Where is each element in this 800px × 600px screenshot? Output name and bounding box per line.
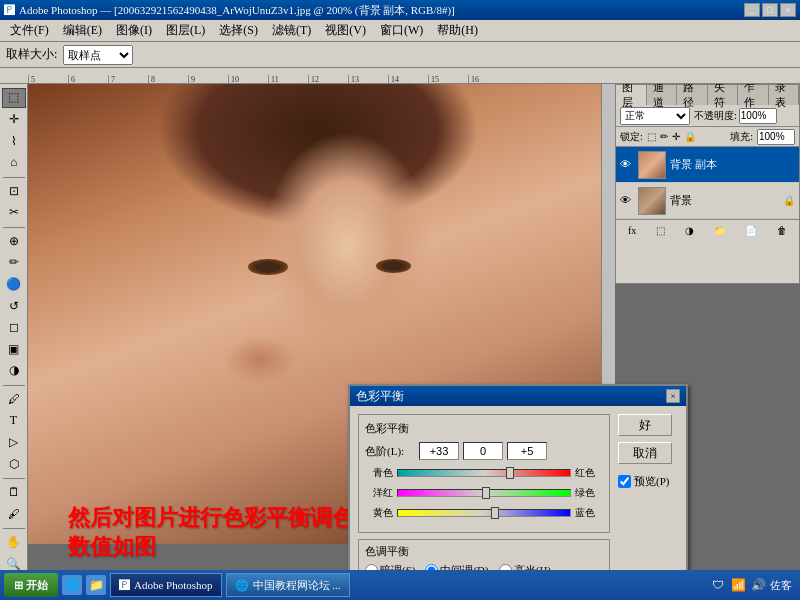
yellow-blue-slider[interactable] xyxy=(397,509,571,517)
color-level-input-1[interactable] xyxy=(419,442,459,460)
tab-history[interactable]: 乍作 xyxy=(738,85,769,105)
opacity-input[interactable] xyxy=(739,108,777,124)
ok-button[interactable]: 好 xyxy=(618,414,672,436)
magenta-green-slider[interactable] xyxy=(397,489,571,497)
tool-stamp[interactable]: 🔵 xyxy=(2,275,26,295)
taskbar-icon-ie[interactable]: 🌐 xyxy=(62,575,82,595)
tool-gradient[interactable]: ▣ xyxy=(2,339,26,359)
tool-text[interactable]: T xyxy=(2,411,26,431)
tool-separator xyxy=(3,227,25,228)
magenta-green-thumb[interactable] xyxy=(482,487,490,499)
dialog-title-bar: 色彩平衡 × xyxy=(350,386,686,406)
options-sample-label: 取样大小: xyxy=(6,46,57,63)
tab-layers[interactable]: 图层 xyxy=(616,85,647,105)
menu-file[interactable]: 文件(F) xyxy=(4,20,55,41)
tab-styles[interactable]: 矢符 xyxy=(708,85,739,105)
start-button[interactable]: ⊞ 开始 xyxy=(4,573,58,597)
cb-section-title: 色彩平衡 xyxy=(365,421,603,436)
system-clock: 佐客 xyxy=(770,578,792,593)
menu-edit[interactable]: 编辑(E) xyxy=(57,20,108,41)
layer-new-button[interactable]: 📄 xyxy=(742,224,760,237)
layers-lock-row: 锁定: ⬚ ✏ ✛ 🔒 填充: xyxy=(616,127,799,147)
title-bar-left: 🅿 Adobe Photoshop — [200632921562490438_… xyxy=(4,3,455,18)
main-area: ⬚ ✛ ⌇ ⌂ ⊡ ✂ ⊕ ✏ 🔵 ↺ ◻ ▣ ◑ 🖊 T ▷ ⬡ 🗒 🖋 ✋ … xyxy=(0,84,800,600)
layer-delete-button[interactable]: 🗑 xyxy=(774,224,790,237)
layer-lock-icon: 🔒 xyxy=(783,195,795,206)
lock-label: 锁定: xyxy=(620,130,643,144)
opacity-control: 不透明度: xyxy=(694,108,777,124)
fill-input[interactable] xyxy=(757,129,795,145)
close-button[interactable]: × xyxy=(780,3,796,17)
tool-slice[interactable]: ✂ xyxy=(2,203,26,223)
tool-notes[interactable]: 🗒 xyxy=(2,483,26,503)
tab-channels[interactable]: 通道 xyxy=(647,85,678,105)
tray-network-icon: 📶 xyxy=(730,577,746,593)
lock-all-icon[interactable]: 🔒 xyxy=(684,131,696,142)
yellow-label: 黄色 xyxy=(365,506,393,520)
layer-visibility-toggle-bg[interactable]: 👁 xyxy=(620,194,634,208)
red-label: 红色 xyxy=(575,466,603,480)
layer-row-copy[interactable]: 👁 背景 副本 xyxy=(616,147,799,183)
taskbar-ps-icon: 🅿 xyxy=(119,579,130,591)
layer-visibility-toggle[interactable]: 👁 xyxy=(620,158,634,172)
tool-lasso[interactable]: ⌇ xyxy=(2,131,26,151)
tool-shape[interactable]: ⬡ xyxy=(2,454,26,474)
layer-name-copy: 背景 副本 xyxy=(670,157,795,172)
ruler-top: 5 6 7 8 9 10 11 12 13 14 15 16 xyxy=(0,68,800,84)
menu-layer[interactable]: 图层(L) xyxy=(160,20,211,41)
tool-history-brush[interactable]: ↺ xyxy=(2,296,26,316)
opacity-label: 不透明度: xyxy=(694,109,737,123)
ruler-mark: 14 xyxy=(388,75,428,83)
portrait-eye-left xyxy=(248,259,288,275)
color-level-input-3[interactable] xyxy=(507,442,547,460)
dialog-close-button[interactable]: × xyxy=(666,389,680,403)
tool-brush[interactable]: ✏ xyxy=(2,253,26,273)
maximize-button[interactable]: □ xyxy=(762,3,778,17)
layers-tabs: 图层 通道 路径 矢符 乍作 录表 xyxy=(616,85,799,105)
taskbar-icon-folder[interactable]: 📁 xyxy=(86,575,106,595)
menu-help[interactable]: 帮助(H) xyxy=(431,20,484,41)
cancel-button[interactable]: 取消 xyxy=(618,442,672,464)
tool-marquee[interactable]: ⬚ xyxy=(2,88,26,108)
cyan-red-slider[interactable] xyxy=(397,469,571,477)
minimize-button[interactable]: _ xyxy=(744,3,760,17)
tool-path[interactable]: ▷ xyxy=(2,433,26,453)
yellow-blue-thumb[interactable] xyxy=(491,507,499,519)
cyan-red-thumb[interactable] xyxy=(506,467,514,479)
tone-section-title: 色调平衡 xyxy=(365,544,603,559)
menu-select[interactable]: 选择(S) xyxy=(213,20,264,41)
layer-mask-button[interactable]: ⬚ xyxy=(653,224,668,237)
tool-dodge[interactable]: ◑ xyxy=(2,361,26,381)
lock-position-icon[interactable]: ✛ xyxy=(672,131,680,142)
tool-separator xyxy=(3,478,25,479)
tool-move[interactable]: ✛ xyxy=(2,110,26,130)
tool-pen[interactable]: 🖊 xyxy=(2,390,26,410)
tab-paths[interactable]: 路径 xyxy=(677,85,708,105)
preview-checkbox-row: 预览(P) xyxy=(618,474,678,489)
layer-adjustment-button[interactable]: ◑ xyxy=(682,224,697,237)
menu-image[interactable]: 图像(I) xyxy=(110,20,158,41)
tool-eraser[interactable]: ◻ xyxy=(2,318,26,338)
lock-transparent-icon[interactable]: ⬚ xyxy=(647,131,656,142)
lock-paint-icon[interactable]: ✏ xyxy=(660,131,668,142)
blend-mode-select[interactable]: 正常 xyxy=(620,107,690,125)
layer-style-button[interactable]: fx xyxy=(625,224,639,237)
layer-group-button[interactable]: 📁 xyxy=(711,224,729,237)
layer-row-bg[interactable]: 👁 背景 🔒 xyxy=(616,183,799,219)
fill-label: 填充: xyxy=(730,130,753,144)
preview-checkbox[interactable] xyxy=(618,475,631,488)
menu-view[interactable]: 视图(V) xyxy=(319,20,372,41)
tool-hand[interactable]: ✋ xyxy=(2,533,26,553)
tool-magic-wand[interactable]: ⌂ xyxy=(2,153,26,173)
color-level-input-2[interactable] xyxy=(463,442,503,460)
tab-actions[interactable]: 录表 xyxy=(769,85,800,105)
tool-eyedropper[interactable]: 🖋 xyxy=(2,504,26,524)
tool-heal[interactable]: ⊕ xyxy=(2,231,26,251)
menu-window[interactable]: 窗口(W) xyxy=(374,20,429,41)
taskbar-item-forum[interactable]: 🌐 中国教程网论坛 ... xyxy=(226,573,350,597)
layer-name-bg: 背景 xyxy=(670,193,779,208)
menu-filter[interactable]: 滤镜(T) xyxy=(266,20,317,41)
sample-size-dropdown[interactable]: 取样点 xyxy=(63,45,133,65)
tool-crop[interactable]: ⊡ xyxy=(2,181,26,201)
taskbar-item-photoshop[interactable]: 🅿 Adobe Photoshop xyxy=(110,573,222,597)
